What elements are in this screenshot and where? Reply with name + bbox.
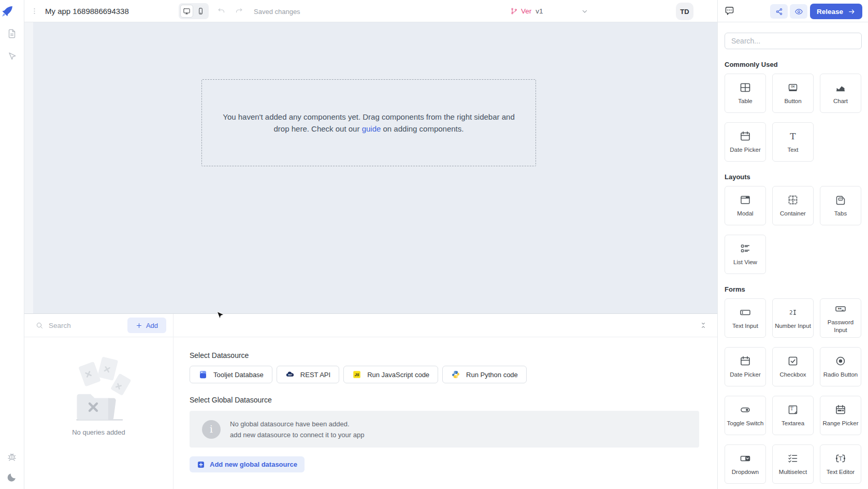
component-card-label: Range Picker (822, 420, 858, 427)
components-search-input[interactable] (725, 33, 862, 49)
version-selector[interactable]: Ver v1 (510, 0, 589, 22)
release-button[interactable]: Release (810, 4, 862, 19)
component-card-label: Dropdown (732, 468, 759, 476)
left-toolbar-top (0, 28, 24, 62)
left-toolbar (0, 0, 24, 489)
component-card-textarea[interactable]: TTextarea (772, 396, 814, 435)
tooljet-logo-icon[interactable] (0, 4, 15, 19)
empty-canvas-message: You haven't added any components yet. Dr… (219, 111, 519, 135)
dropdown-icon (739, 452, 751, 465)
component-card-multiselect[interactable]: Multiselect (772, 444, 814, 484)
arrow-right-icon (848, 8, 856, 16)
component-card-label: Text (787, 146, 798, 153)
component-grid: Text Input2Number Input**Password InputD… (725, 298, 861, 484)
monitor-icon (183, 7, 191, 15)
component-card-password-input[interactable]: **Password Input (820, 298, 861, 338)
desktop-layout-button[interactable] (180, 5, 193, 18)
component-card-label: Table (738, 97, 753, 105)
save-status: Saved changes (254, 8, 300, 16)
debugger-icon[interactable] (6, 451, 18, 462)
component-card-chart[interactable]: Chart (820, 74, 861, 113)
component-card-list-view[interactable]: List View (725, 235, 766, 274)
component-card-label: Checkbox (779, 371, 806, 378)
component-card-range-picker[interactable]: Range Picker (820, 396, 861, 435)
datasource-rest-api[interactable]: RESTREST API (277, 366, 339, 383)
version-value: v1 (536, 7, 543, 15)
app-canvas[interactable]: You haven't added any components yet. Dr… (33, 22, 717, 313)
add-global-datasource-button[interactable]: Add new global datasource (190, 456, 305, 472)
datasource-tooljet-database[interactable]: Tooljet Database (190, 366, 272, 383)
query-search-input[interactable] (49, 322, 121, 329)
toggle-switch-icon (739, 404, 751, 416)
add-query-button[interactable]: Add (127, 318, 166, 333)
component-card-label: Radio Button (823, 371, 858, 378)
share-button[interactable] (770, 4, 788, 19)
component-card-label: Date Picker (730, 146, 760, 153)
query-panel-header (173, 314, 717, 337)
inspector-icon[interactable] (6, 51, 18, 62)
component-card-dropdown[interactable]: Dropdown (725, 444, 766, 484)
global-empty-text: No global datasource have been added. ad… (230, 419, 364, 440)
component-card-text-input[interactable]: Text Input (725, 298, 766, 338)
global-datasource-empty-state: i No global datasource have been added. … (190, 411, 699, 448)
svg-text:REST: REST (288, 374, 292, 376)
svg-text:T: T (838, 455, 842, 462)
smartphone-icon (197, 7, 205, 15)
pages-icon[interactable] (6, 28, 18, 39)
component-section-commonly-used: Commonly UsedTableOKButtonChartDate Pick… (725, 61, 861, 162)
component-card-label: Modal (737, 210, 753, 217)
svg-text:**: ** (838, 307, 842, 312)
theme-toggle-icon[interactable] (6, 471, 18, 483)
mobile-layout-button[interactable] (194, 5, 207, 18)
app-title[interactable]: My app 1689886694338 (45, 7, 129, 16)
component-card-label: Date Picker (730, 371, 760, 378)
component-card-toggle-switch[interactable]: Toggle Switch (725, 396, 766, 435)
datasource-run-javascript-code[interactable]: JSRun JavaScript code (343, 366, 438, 383)
component-card-text[interactable]: TText (772, 122, 814, 162)
datasource-run-python-code[interactable]: Run Python code (442, 366, 527, 383)
section-title: Layouts (725, 173, 861, 181)
component-card-container[interactable]: Container (772, 186, 814, 225)
number-input-icon: 2 (787, 306, 799, 319)
component-card-checkbox[interactable]: Checkbox (772, 347, 814, 386)
section-title: Forms (725, 285, 861, 293)
component-card-text-editor[interactable]: TText Editor (820, 444, 861, 484)
component-card-modal[interactable]: Modal (725, 186, 766, 225)
component-card-date-picker[interactable]: Date Picker (725, 122, 766, 162)
query-list-panel: No queries added (24, 337, 173, 489)
select-global-datasource-label: Select Global Datasource (190, 396, 717, 404)
redo-button[interactable] (235, 7, 243, 16)
multiselect-icon (787, 452, 799, 465)
text-input-icon (739, 306, 751, 319)
preview-button[interactable] (790, 4, 807, 19)
component-card-label: Toggle Switch (727, 420, 764, 427)
app-menu-icon[interactable] (31, 7, 38, 15)
undo-button[interactable] (217, 7, 226, 16)
list-view-icon (739, 242, 751, 255)
radio-button-icon (834, 355, 847, 367)
component-grid: ModalContainerTabsList View (725, 186, 861, 274)
component-card-button[interactable]: OKButton (772, 74, 814, 113)
mouse-cursor (215, 310, 225, 321)
comments-icon[interactable] (724, 5, 735, 16)
empty-canvas-dropzone[interactable]: You haven't added any components yet. Dr… (201, 79, 536, 166)
svg-text:T: T (790, 406, 793, 411)
query-panel: Add No queries added Select Datasource T… (24, 313, 717, 489)
component-card-label: Container (780, 210, 806, 217)
component-card-radio-button[interactable]: Radio Button (820, 347, 861, 386)
component-card-number-input[interactable]: 2Number Input (772, 298, 814, 338)
svg-text:JS: JS (355, 373, 359, 377)
component-card-tabs[interactable]: Tabs (820, 186, 861, 225)
guide-link[interactable]: guide (362, 124, 381, 133)
collapse-panel-icon[interactable] (700, 322, 707, 329)
component-card-label: Number Input (775, 322, 811, 329)
text-icon: T (787, 130, 799, 142)
plus-icon (136, 322, 142, 329)
component-card-table[interactable]: Table (725, 74, 766, 113)
component-card-label: Multiselect (779, 468, 807, 476)
component-card-label: Tabs (834, 210, 847, 217)
avatar[interactable]: TD (676, 3, 693, 20)
component-card-date-picker[interactable]: Date Picker (725, 347, 766, 386)
component-card-label: Textarea (782, 420, 804, 427)
component-card-label: Text Input (732, 322, 758, 329)
